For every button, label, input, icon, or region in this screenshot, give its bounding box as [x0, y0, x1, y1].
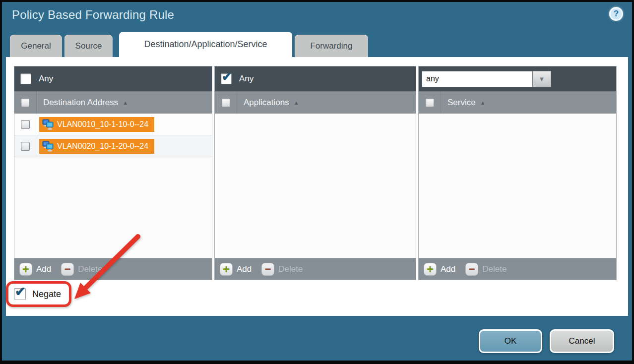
help-icon[interactable]: ? [609, 7, 623, 21]
service-dropdown: any ▼ [422, 71, 551, 87]
applications-list [215, 114, 416, 258]
minus-glyph: − [469, 264, 475, 274]
delete-label: Delete [482, 264, 507, 274]
network-address-icon [42, 119, 54, 130]
header-checkbox-cell: ✔ [419, 92, 441, 114]
delete-icon: − [261, 263, 274, 276]
sort-ascending-icon: ▲ [294, 100, 299, 106]
delete-icon: − [465, 263, 478, 276]
sort-ascending-icon: ▲ [123, 100, 128, 106]
applications-panel: ✔ Any ✔ Applications ▲ + [214, 66, 416, 280]
header-separator [237, 92, 237, 114]
header-text: Service [447, 98, 476, 108]
header-checkbox-cell: ✔ [14, 92, 36, 114]
add-icon: + [19, 263, 32, 276]
service-dropdown-button[interactable]: ▼ [533, 71, 551, 87]
delete-button[interactable]: − Delete [261, 263, 303, 276]
delete-button[interactable]: − Delete [61, 263, 102, 276]
add-button[interactable]: + Add [220, 263, 252, 276]
minus-glyph: − [265, 264, 271, 274]
header-text: Destination Address [43, 98, 118, 108]
row-checkbox[interactable]: ✔ [21, 120, 30, 129]
tab-destination-application-service[interactable]: Destination/Application/Service [119, 32, 292, 57]
add-icon: + [424, 263, 437, 276]
destination-select-all-checkbox[interactable]: ✔ [21, 98, 30, 107]
service-footer: + Add − Delete [419, 258, 616, 280]
destination-address-panel: ✔ Any ✔ Destination Address ▲ [14, 66, 212, 280]
address-object-name: VLAN0010_10-1-10-0--24 [57, 120, 148, 129]
service-header-label[interactable]: Service ▲ [447, 98, 486, 108]
delete-label: Delete [278, 264, 303, 274]
applications-column-header: ✔ Applications ▲ [215, 91, 416, 114]
row-checkbox-cell: ✔ [14, 114, 36, 135]
header-separator [36, 92, 37, 114]
delete-icon: − [61, 263, 74, 276]
negate-annotation-box: ✔ Negate [6, 281, 71, 307]
pbf-rule-dialog: Policy Based Forwarding Rule ? General S… [0, 0, 634, 364]
row-checkbox-cell: ✔ [14, 135, 36, 157]
address-object-name: VLAN0020_10-1-20-0--24 [57, 142, 148, 151]
tab-content-panel: ✔ Any ✔ Destination Address ▲ [6, 57, 628, 316]
chevron-down-icon: ▼ [539, 75, 545, 83]
sort-ascending-icon: ▲ [480, 100, 486, 106]
destination-list: ✔ VLAN0 [14, 114, 212, 258]
applications-header-label[interactable]: Applications ▲ [244, 98, 299, 108]
tab-forwarding[interactable]: Forwarding [295, 35, 368, 57]
header-checkbox-cell: ✔ [215, 92, 237, 114]
add-button[interactable]: + Add [19, 263, 51, 276]
applications-any-label: Any [239, 74, 254, 84]
add-label: Add [441, 264, 455, 274]
delete-button[interactable]: − Delete [465, 263, 507, 276]
service-list [419, 114, 616, 258]
plus-glyph: + [22, 264, 29, 275]
header-separator [441, 92, 441, 114]
negate-label: Negate [32, 289, 61, 300]
destination-header-label[interactable]: Destination Address ▲ [43, 98, 128, 108]
minus-glyph: − [64, 264, 71, 274]
service-panel: any ▼ ✔ Service ▲ [418, 66, 617, 280]
applications-any-checkbox[interactable]: ✔ [221, 73, 232, 84]
plus-glyph: + [223, 264, 230, 275]
delete-label: Delete [78, 264, 102, 274]
address-object-chip[interactable]: VLAN0010_10-1-10-0--24 [39, 117, 154, 132]
add-button[interactable]: + Add [424, 263, 455, 276]
applications-select-all-checkbox[interactable]: ✔ [221, 98, 230, 107]
tab-source[interactable]: Source [64, 35, 113, 57]
checkmark-icon: ✔ [15, 284, 26, 300]
ok-button[interactable]: OK [479, 329, 542, 353]
plus-glyph: + [427, 264, 434, 275]
tab-general[interactable]: General [10, 35, 62, 57]
row-checkbox[interactable]: ✔ [21, 142, 30, 151]
destination-any-checkbox[interactable]: ✔ [20, 73, 31, 84]
address-object-chip[interactable]: VLAN0020_10-1-20-0--24 [39, 139, 154, 154]
network-address-icon [42, 141, 54, 152]
destination-footer: + Add − Delete [14, 258, 212, 280]
cancel-button[interactable]: Cancel [550, 329, 614, 353]
service-dropdown-bar: any ▼ [419, 66, 616, 91]
add-label: Add [237, 264, 252, 274]
negate-checkbox[interactable]: ✔ [14, 288, 26, 300]
service-column-header: ✔ Service ▲ [419, 91, 616, 114]
help-glyph: ? [614, 9, 619, 19]
table-row[interactable]: ✔ VLAN0 [14, 135, 212, 157]
destination-column-header: ✔ Destination Address ▲ [14, 91, 212, 114]
applications-footer: + Add − Delete [215, 258, 416, 280]
dialog-title: Policy Based Forwarding Rule [12, 8, 174, 22]
add-label: Add [36, 264, 51, 274]
add-icon: + [220, 263, 233, 276]
service-dropdown-value[interactable]: any [422, 71, 533, 87]
service-select-all-checkbox[interactable]: ✔ [425, 98, 434, 107]
header-text: Applications [244, 98, 289, 108]
applications-any-bar: ✔ Any [215, 66, 416, 91]
table-row[interactable]: ✔ VLAN0 [14, 114, 212, 135]
checkmark-icon: ✔ [222, 70, 232, 84]
destination-any-label: Any [39, 74, 53, 84]
destination-any-bar: ✔ Any [14, 66, 212, 91]
